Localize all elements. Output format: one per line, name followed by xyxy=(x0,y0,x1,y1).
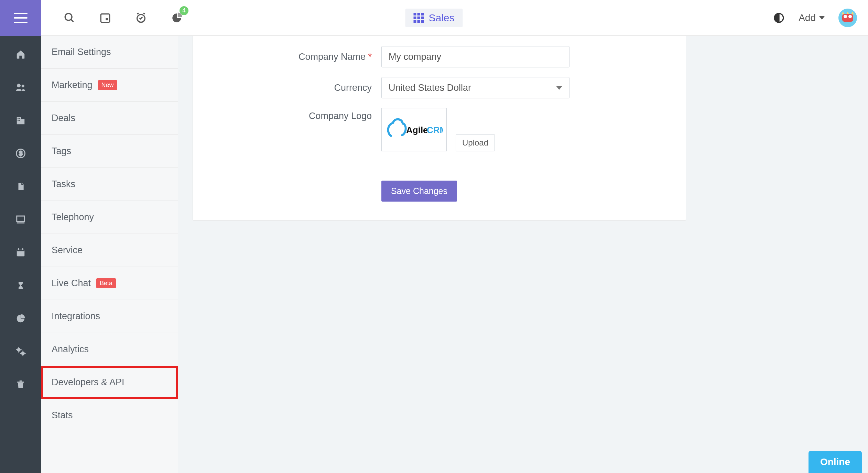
sidebar-item-label: Tags xyxy=(52,146,71,157)
sidebar-item-tags[interactable]: Tags xyxy=(41,135,178,168)
sidebar-item-label: Marketing xyxy=(52,80,93,90)
theme-toggle-icon[interactable] xyxy=(773,12,785,24)
svg-rect-26 xyxy=(17,381,24,383)
menu-toggle[interactable] xyxy=(0,0,41,36)
sidebar-item-label: Developers & API xyxy=(52,377,124,388)
svg-rect-27 xyxy=(20,380,22,381)
sidebar-item-label: Email Settings xyxy=(52,47,111,57)
label-logo: Company Logo xyxy=(214,108,372,121)
notification-badge: 4 xyxy=(180,6,188,15)
sidebar-item-deals[interactable]: Deals xyxy=(41,102,178,135)
svg-line-5 xyxy=(137,13,139,14)
sidebar-item-label: Integrations xyxy=(52,311,100,322)
company-name-input[interactable] xyxy=(381,46,569,67)
label-company-name: Company Name * xyxy=(214,52,372,62)
svg-line-1 xyxy=(71,19,73,22)
rail-home-icon[interactable] xyxy=(14,48,27,61)
topbar: 4 Sales Add ▲▲▲ xyxy=(0,0,868,36)
chevron-down-icon xyxy=(556,86,562,90)
svg-rect-3 xyxy=(106,18,108,20)
module-switcher[interactable]: Sales xyxy=(405,9,463,27)
rail-desk-icon[interactable] xyxy=(14,213,27,226)
rail-calendar-icon[interactable] xyxy=(14,246,27,259)
module-label: Sales xyxy=(428,12,454,24)
svg-point-9 xyxy=(22,85,24,87)
sidebar-item-marketing[interactable]: MarketingNew xyxy=(41,69,178,102)
sidebar-item-analytics[interactable]: Analytics xyxy=(41,333,178,366)
sidebar-item-label: Stats xyxy=(52,410,73,421)
rail-contacts-icon[interactable] xyxy=(14,81,27,94)
svg-rect-15 xyxy=(19,120,20,121)
svg-line-6 xyxy=(143,13,145,14)
sidebar-item-label: Tasks xyxy=(52,179,75,190)
svg-text:$: $ xyxy=(19,150,22,157)
svg-rect-10 xyxy=(17,117,21,124)
rail-docs-icon[interactable] xyxy=(14,180,27,193)
icon-rail: $ xyxy=(0,36,41,473)
label-currency: Currency xyxy=(214,83,372,93)
rail-hourglass-icon[interactable] xyxy=(14,279,27,292)
sidebar-item-label: Service xyxy=(52,245,83,256)
svg-text:Agile: Agile xyxy=(406,125,428,135)
settings-sidebar: Email SettingsMarketingNewDealsTagsTasks… xyxy=(41,36,178,473)
grid-icon xyxy=(413,13,424,23)
settings-card: Company Name * Currency United States Do… xyxy=(193,36,686,221)
sidebar-item-label: Live Chat xyxy=(52,278,91,289)
rail-deals-icon[interactable]: $ xyxy=(14,147,27,160)
calendar-event-icon[interactable] xyxy=(98,10,113,25)
sidebar-item-label: Deals xyxy=(52,113,75,123)
avatar[interactable]: ▲▲▲ xyxy=(838,9,857,27)
body: $ Email SettingsMarketingNewDealsTagsTas… xyxy=(0,36,868,473)
svg-rect-2 xyxy=(101,14,110,22)
svg-point-25 xyxy=(21,352,25,355)
hamburger-icon xyxy=(14,13,28,23)
alarm-icon[interactable] xyxy=(133,10,149,25)
top-right: Add ▲▲▲ xyxy=(773,9,868,27)
sidebar-item-label: Analytics xyxy=(52,344,89,355)
search-icon[interactable] xyxy=(62,10,77,25)
svg-point-24 xyxy=(17,348,21,352)
row-logo: Company Logo Agile CRM Upload xyxy=(193,103,686,156)
currency-select[interactable]: United States Dollar xyxy=(381,77,569,98)
sidebar-item-developers-api[interactable]: Developers & API xyxy=(41,366,178,399)
sidebar-item-service[interactable]: Service xyxy=(41,234,178,267)
sidebar-item-tasks[interactable]: Tasks xyxy=(41,168,178,201)
upload-button[interactable]: Upload xyxy=(456,134,495,151)
svg-rect-14 xyxy=(18,120,19,121)
company-logo: Agile CRM xyxy=(381,108,447,151)
sidebar-item-stats[interactable]: Stats xyxy=(41,399,178,432)
sidebar-item-telephony[interactable]: Telephony xyxy=(41,201,178,234)
save-button[interactable]: Save Changes xyxy=(381,181,457,202)
add-label: Add xyxy=(799,12,816,23)
svg-text:CRM: CRM xyxy=(427,125,443,135)
top-icons: 4 xyxy=(41,10,184,25)
sidebar-item-integrations[interactable]: Integrations xyxy=(41,300,178,333)
rail-trash-icon[interactable] xyxy=(14,378,27,391)
currency-value: United States Dollar xyxy=(389,83,471,93)
chevron-down-icon xyxy=(819,16,825,20)
add-dropdown[interactable]: Add xyxy=(799,12,825,23)
main-content: Company Name * Currency United States Do… xyxy=(178,36,868,473)
stats-icon[interactable]: 4 xyxy=(169,10,184,25)
svg-rect-11 xyxy=(21,119,24,124)
row-save: Save Changes xyxy=(193,176,686,206)
rail-companies-icon[interactable] xyxy=(14,114,27,127)
row-company-name: Company Name * xyxy=(193,36,686,72)
sidebar-item-email-settings[interactable]: Email Settings xyxy=(41,36,178,69)
svg-rect-12 xyxy=(18,118,19,119)
rail-settings-icon[interactable] xyxy=(14,345,27,358)
tag-beta: Beta xyxy=(96,278,116,288)
tag-new: New xyxy=(98,80,117,90)
sidebar-item-label: Telephony xyxy=(52,212,94,223)
svg-rect-13 xyxy=(19,118,20,119)
svg-point-0 xyxy=(65,13,72,20)
svg-point-8 xyxy=(17,84,21,87)
svg-rect-21 xyxy=(17,249,25,251)
divider xyxy=(214,166,665,166)
row-currency: Currency United States Dollar xyxy=(193,72,686,103)
rail-reports-icon[interactable] xyxy=(14,312,27,325)
svg-rect-18 xyxy=(17,216,25,222)
online-chip[interactable]: Online xyxy=(809,451,862,473)
sidebar-item-live-chat[interactable]: Live ChatBeta xyxy=(41,267,178,300)
